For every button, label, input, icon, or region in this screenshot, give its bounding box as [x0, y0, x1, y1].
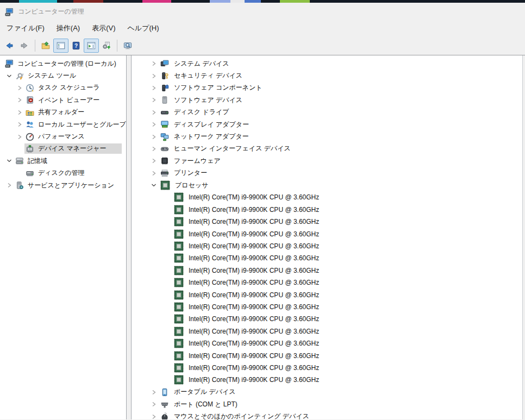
device-tree-pane[interactable]: システム デバイスセキュリティ デバイスソフトウェア コンポーネントソフトウェア…: [131, 55, 523, 419]
tree-item-mice-pointing[interactable]: マウスとそのほかのポインティング デバイス: [132, 410, 522, 419]
tree-item-body[interactable]: Intel(R) Core(TM) i9-9900K CPU @ 3.60GHz: [173, 362, 321, 373]
tree-item-body[interactable]: イベント ビューアー: [24, 95, 102, 105]
tree-item-body[interactable]: ヒューマン インターフェイス デバイス: [159, 143, 293, 154]
tree-item-body[interactable]: Intel(R) Core(TM) i9-9900K CPU @ 3.60GHz: [173, 277, 321, 288]
chevron-right-icon[interactable]: [148, 59, 159, 68]
toolbar-back-button[interactable]: [2, 39, 17, 53]
menu-help[interactable]: ヘルプ(H): [122, 21, 165, 35]
selected-tree-item-body[interactable]: デバイス マネージャー: [24, 143, 122, 154]
chevron-right-icon[interactable]: [148, 145, 159, 153]
tree-item-cpu-13[interactable]: Intel(R) Core(TM) i9-9900K CPU @ 3.60GHz: [132, 337, 522, 349]
menu-view[interactable]: 表示(V): [86, 21, 121, 35]
chevron-right-icon[interactable]: [15, 120, 24, 129]
tree-item-body[interactable]: 記憶域: [14, 156, 49, 166]
tree-item-cpu-4[interactable]: Intel(R) Core(TM) i9-9900K CPU @ 3.60GHz: [132, 228, 522, 240]
chevron-right-icon[interactable]: [148, 400, 159, 409]
chevron-right-icon[interactable]: [148, 120, 159, 129]
pane-splitter[interactable]: [127, 55, 131, 419]
tree-item-event-viewer[interactable]: イベント ビューアー: [0, 94, 126, 106]
tree-item-body[interactable]: ソフトウェア デバイス: [159, 95, 245, 105]
toolbar-show-action-pane-button[interactable]: [84, 39, 99, 53]
menu-file[interactable]: ファイル(F): [1, 21, 51, 35]
tree-item-body[interactable]: Intel(R) Core(TM) i9-9900K CPU @ 3.60GHz: [173, 326, 321, 337]
tree-item-body[interactable]: Intel(R) Core(TM) i9-9900K CPU @ 3.60GHz: [173, 290, 321, 300]
toolbar-forward-button[interactable]: [17, 39, 32, 53]
chevron-down-icon[interactable]: [4, 72, 14, 80]
tree-item-body[interactable]: ディスクの管理: [24, 168, 86, 178]
tree-item-body[interactable]: マウスとそのほかのポインティング デバイス: [159, 411, 311, 419]
tree-item-body[interactable]: Intel(R) Core(TM) i9-9900K CPU @ 3.60GHz: [173, 241, 321, 252]
chevron-right-icon[interactable]: [148, 156, 159, 165]
tree-item-cpu-14[interactable]: Intel(R) Core(TM) i9-9900K CPU @ 3.60GHz: [132, 349, 522, 361]
tree-item-storage[interactable]: 記憶域: [0, 155, 126, 167]
tree-item-cpu-12[interactable]: Intel(R) Core(TM) i9-9900K CPU @ 3.60GHz: [132, 325, 522, 337]
tree-item-body[interactable]: システム ツール: [14, 71, 78, 81]
tree-item-human-interface-devices[interactable]: ヒューマン インターフェイス デバイス: [132, 143, 522, 155]
chevron-down-icon[interactable]: [4, 156, 14, 165]
tree-item-body[interactable]: ディスプレイ アダプター: [159, 120, 251, 130]
tree-item-body[interactable]: ポータブル デバイス: [159, 387, 238, 397]
tree-item-local-users-groups[interactable]: ローカル ユーザーとグループ: [0, 118, 126, 130]
chevron-right-icon[interactable]: [148, 84, 159, 92]
chevron-right-icon[interactable]: [4, 181, 14, 190]
tree-item-body[interactable]: Intel(R) Core(TM) i9-9900K CPU @ 3.60GHz: [173, 229, 321, 240]
tree-item-portable-devices[interactable]: ポータブル デバイス: [132, 386, 522, 398]
tree-item-body[interactable]: ディスク ドライブ: [159, 107, 232, 117]
chevron-down-icon[interactable]: [148, 181, 159, 190]
chevron-right-icon[interactable]: [148, 388, 159, 397]
tree-item-body[interactable]: Intel(R) Core(TM) i9-9900K CPU @ 3.60GHz: [173, 338, 321, 349]
tree-item-performance[interactable]: パフォーマンス: [0, 130, 126, 142]
tree-item-body[interactable]: システム デバイス: [159, 59, 232, 69]
tree-item-printers[interactable]: プリンター: [132, 167, 522, 179]
tree-item-cpu-1[interactable]: Intel(R) Core(TM) i9-9900K CPU @ 3.60GHz: [132, 191, 522, 203]
tree-item-body[interactable]: Intel(R) Core(TM) i9-9900K CPU @ 3.60GHz: [173, 216, 321, 227]
tree-item-software-components[interactable]: ソフトウェア コンポーネント: [132, 82, 522, 94]
tree-item-body[interactable]: Intel(R) Core(TM) i9-9900K CPU @ 3.60GHz: [173, 253, 321, 264]
chevron-right-icon[interactable]: [148, 108, 159, 117]
tree-item-firmware[interactable]: ファームウェア: [132, 155, 522, 167]
tree-item-computer-management-root[interactable]: コンピューターの管理 (ローカル): [0, 58, 126, 70]
chevron-right-icon[interactable]: [148, 96, 159, 104]
tree-item-body[interactable]: Intel(R) Core(TM) i9-9900K CPU @ 3.60GHz: [173, 204, 321, 215]
tree-item-system-tools[interactable]: システム ツール: [0, 70, 126, 82]
tree-item-ports-com-lpt[interactable]: ポート (COM と LPT): [132, 398, 522, 410]
tree-item-cpu-11[interactable]: Intel(R) Core(TM) i9-9900K CPU @ 3.60GHz: [132, 313, 522, 325]
tree-item-security-devices[interactable]: セキュリティ デバイス: [132, 70, 522, 82]
tree-item-body[interactable]: セキュリティ デバイス: [159, 71, 245, 81]
menu-action[interactable]: 操作(A): [51, 21, 86, 35]
tree-item-cpu-2[interactable]: Intel(R) Core(TM) i9-9900K CPU @ 3.60GHz: [132, 204, 522, 216]
tree-item-cpu-9[interactable]: Intel(R) Core(TM) i9-9900K CPU @ 3.60GHz: [132, 289, 522, 300]
tree-item-software-devices[interactable]: ソフトウェア デバイス: [132, 94, 522, 106]
tree-item-cpu-6[interactable]: Intel(R) Core(TM) i9-9900K CPU @ 3.60GHz: [132, 252, 522, 264]
tree-item-body[interactable]: Intel(R) Core(TM) i9-9900K CPU @ 3.60GHz: [173, 350, 321, 361]
tree-item-body[interactable]: Intel(R) Core(TM) i9-9900K CPU @ 3.60GHz: [173, 314, 321, 324]
tree-item-cpu-3[interactable]: Intel(R) Core(TM) i9-9900K CPU @ 3.60GHz: [132, 216, 522, 228]
tree-item-body[interactable]: プロセッサ: [159, 180, 210, 191]
tree-item-body[interactable]: ローカル ユーザーとグループ: [24, 120, 127, 130]
toolbar-help-button[interactable]: ?: [68, 39, 84, 53]
tree-item-body[interactable]: ポート (COM と LPT): [159, 399, 240, 410]
tree-item-body[interactable]: Intel(R) Core(TM) i9-9900K CPU @ 3.60GHz: [173, 192, 321, 203]
tree-item-shared-folders[interactable]: 共有フォルダー: [0, 106, 126, 118]
tree-item-body[interactable]: Intel(R) Core(TM) i9-9900K CPU @ 3.60GHz: [173, 265, 321, 276]
toolbar-show-console-tree-button[interactable]: [53, 39, 68, 53]
tree-item-cpu-10[interactable]: Intel(R) Core(TM) i9-9900K CPU @ 3.60GHz: [132, 301, 522, 313]
tree-item-body[interactable]: Intel(R) Core(TM) i9-9900K CPU @ 3.60GHz: [173, 374, 321, 385]
chevron-right-icon[interactable]: [15, 133, 24, 141]
tree-item-body[interactable]: 共有フォルダー: [24, 107, 86, 117]
chevron-right-icon[interactable]: [15, 96, 24, 104]
toolbar-scan-hardware-changes-button[interactable]: [120, 39, 135, 53]
tree-item-disk-management[interactable]: ディスクの管理: [0, 167, 126, 179]
chevron-right-icon[interactable]: [148, 169, 159, 178]
tree-item-system-devices[interactable]: システム デバイス: [132, 58, 522, 70]
chevron-right-icon[interactable]: [15, 84, 24, 92]
tree-item-body[interactable]: ソフトウェア コンポーネント: [159, 83, 265, 93]
tree-item-body[interactable]: パフォーマンス: [24, 131, 87, 142]
tree-item-cpu-5[interactable]: Intel(R) Core(TM) i9-9900K CPU @ 3.60GHz: [132, 240, 522, 252]
tree-item-body[interactable]: ネットワーク アダプター: [159, 131, 251, 142]
tree-item-network-adapters[interactable]: ネットワーク アダプター: [132, 130, 522, 142]
toolbar-update-driver-button[interactable]: [99, 39, 114, 53]
chevron-right-icon[interactable]: [148, 133, 159, 141]
chevron-right-icon[interactable]: [148, 72, 159, 80]
tree-item-disk-drives[interactable]: ディスク ドライブ: [132, 106, 522, 118]
